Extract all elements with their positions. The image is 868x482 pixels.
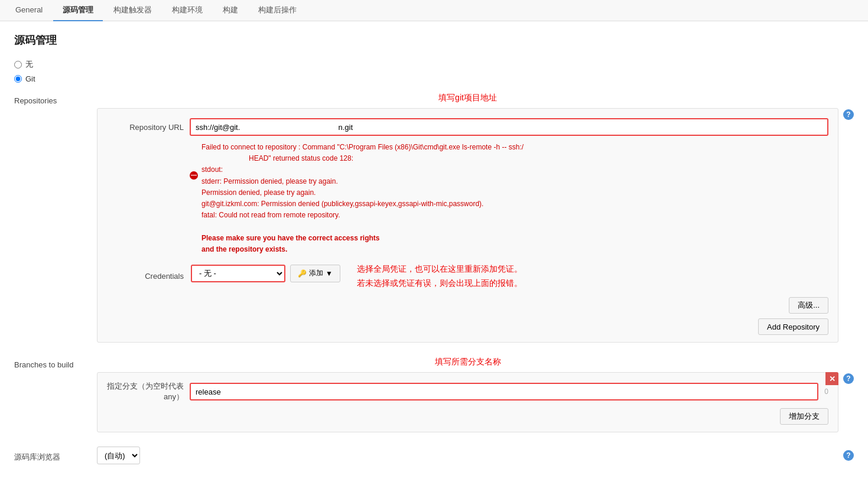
error-line4: stderr: Permission denied, please try ag…: [201, 176, 828, 187]
add-credentials-button[interactable]: 🔑 添加 ▼: [290, 265, 340, 282]
branch-input[interactable]: [190, 383, 818, 400]
tab-build-env[interactable]: 构建环境: [162, 0, 212, 21]
error-line2: HEAD" returned status code 128:: [201, 153, 828, 164]
page-title: 源码管理: [14, 33, 854, 47]
tab-source-management[interactable]: 源码管理: [53, 0, 103, 21]
repositories-content: Repository URL — Failed to connect to re…: [97, 108, 838, 343]
error-line6: git@git.izkml.com: Permission denied (pu…: [201, 198, 828, 210]
add-repository-button[interactable]: Add Repository: [758, 318, 828, 335]
source-browser-label: 源码库浏览器: [14, 448, 97, 463]
radio-none-input[interactable]: [14, 61, 22, 69]
branches-content: ✕ 指定分支（为空时代表any） 0 增加分支: [97, 372, 838, 432]
radio-none-label: 无: [25, 59, 33, 70]
add-dropdown-icon: ▼: [326, 269, 333, 278]
scm-radio-group: 无 Git: [14, 59, 854, 83]
error-line7: fatal: Could not read from remote reposi…: [201, 210, 828, 221]
radio-git-option[interactable]: Git: [14, 74, 854, 83]
tab-build[interactable]: 构建: [213, 0, 248, 21]
credentials-annotation: 选择全局凭证，也可以在这里重新添加凭证。 若未选择或凭证有误，则会出现上面的报错…: [357, 262, 522, 291]
error-line3: stdout:: [201, 164, 828, 175]
main-content: 源码管理 无 Git Repositories 填写git项目地址 Reposi…: [0, 21, 868, 482]
error-line9: Please make sure you have the correct ac…: [201, 233, 828, 244]
error-block: — Failed to connect to repository : Comm…: [190, 142, 828, 255]
tab-post-build[interactable]: 构建后操作: [249, 0, 306, 21]
tab-general[interactable]: General: [6, 1, 52, 20]
error-line8: [201, 221, 828, 232]
repositories-label: Repositories: [14, 93, 97, 105]
action-buttons: 高级... Add Repository: [107, 297, 828, 335]
error-icon: —: [190, 171, 198, 180]
radio-git-input[interactable]: [14, 75, 22, 83]
repositories-help-icon[interactable]: ?: [843, 109, 854, 120]
tab-build-trigger[interactable]: 构建触发器: [104, 0, 161, 21]
credentials-annotation-line2: 若未选择或凭证有误，则会出现上面的报错。: [357, 276, 522, 291]
repo-url-row: Repository URL: [107, 118, 828, 136]
error-line1: Failed to connect to repository : Comman…: [201, 142, 828, 153]
source-browser-help-icon[interactable]: ?: [843, 450, 854, 461]
tabs-bar: General 源码管理 构建触发器 构建环境 构建 构建后操作: [0, 0, 868, 21]
branches-annotation: 填写所需分支名称: [97, 357, 838, 367]
branch-placeholder: 0: [824, 387, 828, 396]
add-btn-label: 添加: [309, 268, 323, 278]
radio-git-label: Git: [25, 74, 35, 83]
add-key-icon: 🔑: [298, 269, 307, 278]
credentials-select[interactable]: - 无 -: [191, 265, 285, 282]
branch-field-label: 指定分支（为空时代表any）: [107, 381, 184, 402]
source-browser-select[interactable]: (自动): [97, 447, 140, 464]
repo-url-label: Repository URL: [107, 123, 184, 132]
branch-input-row: 指定分支（为空时代表any） 0: [107, 381, 828, 402]
add-branch-button[interactable]: 增加分支: [780, 408, 828, 425]
delete-branch-button[interactable]: ✕: [825, 372, 838, 385]
credentials-row: - 无 - 🔑 添加 ▼: [191, 265, 340, 282]
credentials-annotation-line1: 选择全局凭证，也可以在这里重新添加凭证。: [357, 262, 522, 276]
branches-help-icon[interactable]: ?: [843, 373, 854, 384]
repo-annotation: 填写git项目地址: [97, 93, 838, 103]
branches-label: Branches to build: [14, 357, 97, 369]
advanced-button[interactable]: 高级...: [789, 297, 828, 314]
error-line10: and the repository exists.: [201, 244, 828, 255]
credentials-label: Credentials: [107, 272, 184, 281]
repo-url-input[interactable]: [190, 118, 828, 136]
error-line5: Permission denied, please try again.: [201, 187, 828, 198]
radio-none-option[interactable]: 无: [14, 59, 854, 70]
